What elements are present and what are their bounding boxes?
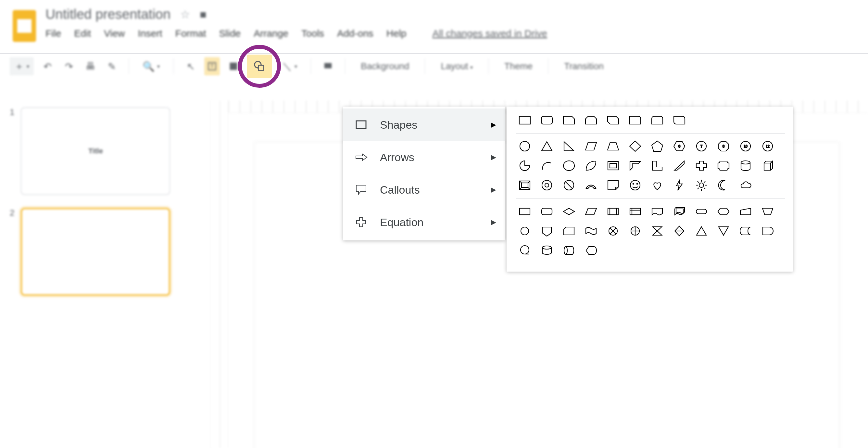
shape-can[interactable] (737, 158, 755, 173)
shape-diagonal-stripe[interactable] (670, 158, 688, 173)
shape-rounded-rectangle[interactable] (538, 112, 556, 127)
shape-rectangle[interactable] (516, 112, 534, 127)
shape-cross[interactable] (692, 158, 711, 173)
zoom-button[interactable]: 🔍▾ (138, 57, 164, 76)
slide-thumbnail[interactable]: Title (21, 107, 170, 195)
shape-flow-terminator[interactable] (692, 204, 711, 219)
shape-flow-decision[interactable] (560, 204, 578, 219)
paint-format-button[interactable]: ✎ (104, 57, 120, 76)
menu-slide[interactable]: Slide (219, 28, 241, 39)
shape-flow-merge[interactable] (714, 223, 733, 238)
shape-half-frame[interactable] (626, 158, 644, 173)
menu-tools[interactable]: Tools (301, 28, 324, 39)
menu-help[interactable]: Help (386, 28, 407, 39)
star-icon[interactable]: ☆ (180, 8, 190, 21)
shape-heptagon[interactable]: 7 (692, 139, 711, 154)
shape-flow-card[interactable] (560, 223, 578, 238)
shape-flow-alt-process[interactable] (538, 204, 556, 219)
shape-block-arc[interactable] (582, 178, 600, 192)
menu-format[interactable]: Format (175, 28, 206, 39)
shape-flow-data[interactable] (582, 204, 600, 219)
slide-thumbnail-row[interactable]: 2 (10, 208, 201, 296)
shape-heart[interactable] (648, 178, 666, 192)
shape-flow-delay[interactable] (758, 223, 777, 238)
shape-smiley[interactable] (626, 178, 644, 192)
shape-octagon[interactable]: 8 (714, 139, 733, 154)
shape-no-symbol[interactable] (560, 178, 578, 192)
shape-plaque[interactable] (714, 158, 733, 173)
shape-menu-item-shapes[interactable]: Shapes ▶ (343, 109, 505, 141)
shape-flow-offpage[interactable] (538, 223, 556, 238)
shape-flow-tape[interactable] (582, 223, 600, 238)
shape-flow-connector[interactable] (516, 223, 534, 238)
shape-flow-or[interactable] (626, 223, 644, 238)
shape-menu-item-equation[interactable]: Equation ▶ (343, 206, 505, 238)
redo-button[interactable]: ↷ (61, 57, 76, 76)
shape-flow-document[interactable] (648, 204, 666, 219)
shape-dodecagon[interactable]: 12 (758, 139, 777, 154)
shape-flow-multidocument[interactable] (670, 204, 688, 219)
shape-leaf[interactable] (582, 158, 600, 173)
insert-image-button[interactable] (226, 57, 241, 76)
shape-flow-manual-op[interactable] (758, 204, 777, 219)
shape-menu-item-callouts[interactable]: Callouts ▶ (343, 174, 505, 206)
shape-round-single[interactable] (626, 112, 644, 127)
shape-trapezoid[interactable] (604, 139, 622, 154)
print-button[interactable]: 🖶 (83, 57, 98, 76)
undo-button[interactable]: ↶ (40, 57, 55, 76)
shape-round-diagonal[interactable] (670, 112, 688, 127)
background-button[interactable]: Background (354, 61, 416, 71)
shape-flow-extract[interactable] (692, 223, 711, 238)
insert-comment-button[interactable] (320, 57, 336, 76)
slide-thumbnail-selected[interactable] (21, 208, 170, 296)
shape-l-shape[interactable] (648, 158, 666, 173)
shape-arc[interactable] (538, 158, 556, 173)
shape-flow-preparation[interactable] (714, 204, 733, 219)
theme-button[interactable]: Theme (498, 61, 539, 71)
shape-folded-corner[interactable] (604, 178, 622, 192)
shape-diamond[interactable] (626, 139, 644, 154)
shape-bevel[interactable] (516, 178, 534, 192)
menu-addons[interactable]: Add-ons (337, 28, 373, 39)
menu-insert[interactable]: Insert (138, 28, 162, 39)
shape-sun[interactable] (692, 178, 711, 192)
transition-button[interactable]: Transition (558, 61, 610, 71)
shape-hexagon[interactable]: 6 (670, 139, 688, 154)
shape-flow-magnetic-disk[interactable] (538, 243, 556, 258)
saved-in-drive-label[interactable]: All changes saved in Drive (433, 28, 548, 39)
text-box-button[interactable]: T (204, 57, 220, 76)
shape-flow-manual-input[interactable] (737, 204, 755, 219)
shape-right-triangle[interactable] (560, 139, 578, 154)
shape-cube[interactable] (758, 158, 777, 173)
shape-teardrop[interactable] (560, 158, 578, 173)
shape-cloud[interactable] (737, 178, 755, 192)
folder-icon[interactable]: ■ (200, 8, 207, 21)
shape-flow-sort[interactable] (670, 223, 688, 238)
menu-edit[interactable]: Edit (74, 28, 91, 39)
shape-snip-same-side[interactable] (582, 112, 600, 127)
menu-view[interactable]: View (104, 28, 125, 39)
shape-pentagon[interactable] (648, 139, 666, 154)
shape-snip-single[interactable] (560, 112, 578, 127)
shape-donut[interactable] (538, 178, 556, 192)
insert-shape-button[interactable] (247, 55, 272, 78)
shape-oval[interactable] (516, 139, 534, 154)
shape-pie[interactable] (516, 158, 534, 173)
menu-arrange[interactable]: Arrange (254, 28, 288, 39)
new-slide-button[interactable]: ＋▾ (10, 57, 34, 76)
shape-round-same-side[interactable] (648, 112, 666, 127)
shape-flow-seq-access[interactable] (516, 243, 534, 258)
shape-decagon[interactable]: 10 (737, 139, 755, 154)
shape-frame[interactable] (604, 158, 622, 173)
shape-snip-diagonal[interactable] (604, 112, 622, 127)
shape-flow-summing[interactable] (604, 223, 622, 238)
shape-moon[interactable] (714, 178, 733, 192)
shape-triangle[interactable] (538, 139, 556, 154)
select-tool-button[interactable]: ↖ (183, 57, 198, 76)
shape-flow-direct-access[interactable] (560, 243, 578, 258)
shape-lightning[interactable] (670, 178, 688, 192)
layout-button[interactable]: Layout ▾ (434, 61, 479, 71)
shape-menu-item-arrows[interactable]: Arrows ▶ (343, 141, 505, 174)
slide-thumbnail-row[interactable]: 1 Title (10, 107, 201, 195)
shape-flow-display[interactable] (582, 243, 600, 258)
